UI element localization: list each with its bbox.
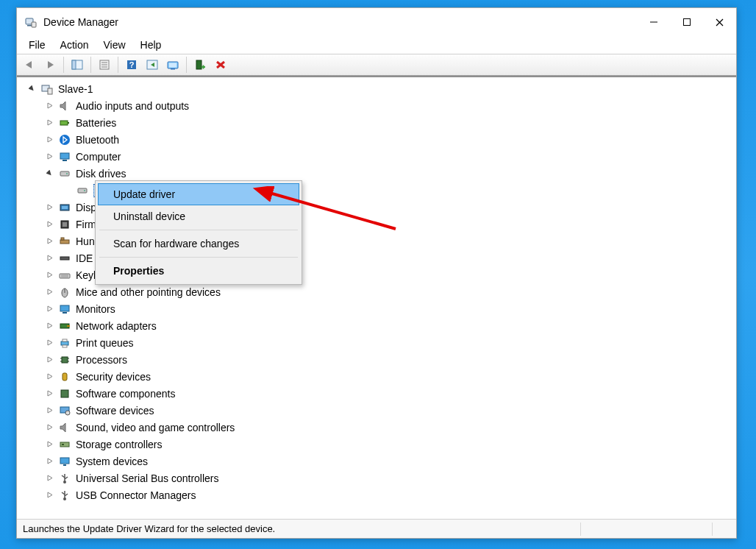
expand-icon[interactable]: [43, 456, 55, 467]
svg-rect-48: [60, 305, 69, 311]
expand-icon[interactable]: [43, 354, 55, 366]
tree-item-security[interactable]: Security devices: [23, 368, 736, 385]
tree-label: Audio inputs and outputs: [76, 100, 189, 112]
expand-icon[interactable]: [43, 489, 55, 501]
tree-root-row[interactable]: Slave-1: [23, 80, 736, 97]
tree-item-usb-connector-managers[interactable]: USB Connector Managers: [23, 486, 736, 503]
expand-icon[interactable]: [43, 320, 55, 332]
expand-icon[interactable]: [43, 269, 55, 281]
svg-rect-37: [62, 206, 68, 209]
svg-rect-34: [78, 188, 87, 193]
tree-item-software-devices[interactable]: Software devices: [23, 402, 736, 419]
expand-icon[interactable]: [43, 337, 55, 349]
update-driver-button[interactable]: [163, 56, 182, 74]
properties-button[interactable]: [95, 56, 114, 74]
expand-icon[interactable]: [43, 472, 55, 484]
svg-rect-40: [60, 240, 69, 244]
svg-rect-39: [63, 222, 67, 227]
collapse-icon[interactable]: [43, 168, 55, 180]
forward-button[interactable]: [40, 56, 60, 74]
status-text: Launches the Update Driver Wizard for th…: [23, 523, 577, 534]
keyboard-icon: [58, 269, 71, 282]
ctx-separator: [99, 257, 298, 258]
tree-item-batteries[interactable]: Batteries: [23, 114, 736, 131]
expand-icon[interactable]: [43, 388, 55, 400]
ctx-scan-hardware[interactable]: Scan for hardware changes: [98, 233, 299, 255]
expand-icon[interactable]: [43, 439, 55, 450]
window-title: Device Manager: [43, 16, 118, 28]
expand-icon[interactable]: [43, 252, 55, 264]
monitor-icon: [58, 302, 71, 316]
svg-rect-53: [63, 339, 67, 341]
tree-item-system-devices[interactable]: System devices: [23, 453, 736, 470]
tree-item-mice[interactable]: Mice and other pointing devices: [23, 283, 736, 300]
tree-item-computer[interactable]: Computer: [23, 148, 736, 165]
ctx-update-driver[interactable]: Update driver: [98, 183, 299, 205]
svg-point-63: [65, 411, 70, 415]
expand-icon[interactable]: [43, 405, 55, 417]
expand-icon[interactable]: [43, 219, 55, 230]
context-menu: Update driver Uninstall device Scan for …: [95, 180, 302, 285]
tree-item-sound-video[interactable]: Sound, video and game controllers: [23, 419, 736, 436]
display-adapter-icon: [58, 201, 71, 214]
scan-hardware-button[interactable]: [190, 56, 210, 74]
device-tree-panel[interactable]: Slave-1 Audio inputs and outputs Batteri…: [17, 76, 736, 519]
expand-icon[interactable]: [43, 134, 55, 146]
computer-icon: [40, 82, 54, 96]
svg-point-33: [66, 173, 68, 174]
expand-icon[interactable]: [43, 422, 55, 433]
expand-icon[interactable]: [43, 303, 55, 315]
tree-label: Security devices: [76, 371, 151, 383]
tree-item-bluetooth[interactable]: Bluetooth: [23, 131, 736, 148]
tree-label: Software devices: [76, 405, 154, 417]
expand-icon[interactable]: [43, 235, 55, 247]
svg-rect-1: [27, 25, 32, 26]
tree-item-processors[interactable]: Processors: [23, 351, 736, 368]
tree-item-disk-drives[interactable]: Disk drives: [23, 165, 736, 182]
collapse-icon[interactable]: [26, 83, 38, 95]
close-button[interactable]: [703, 11, 736, 33]
network-adapter-icon: [58, 319, 71, 333]
svg-rect-30: [60, 153, 69, 159]
ctx-properties[interactable]: Properties: [98, 260, 299, 282]
expand-icon[interactable]: [43, 371, 55, 383]
tree-item-print-queues[interactable]: Print queues: [23, 334, 736, 351]
tree-item-storage-controllers[interactable]: Storage controllers: [23, 436, 736, 453]
expand-icon[interactable]: [43, 151, 55, 163]
minimize-button[interactable]: [637, 11, 670, 33]
tree-label: Network adapters: [76, 320, 157, 332]
uninstall-device-button[interactable]: [211, 56, 230, 74]
disk-icon: [58, 167, 71, 180]
svg-rect-65: [62, 444, 64, 445]
expand-icon[interactable]: [43, 117, 55, 129]
svg-rect-41: [61, 238, 64, 240]
speaker-icon: [58, 421, 71, 434]
cpu-icon: [58, 353, 71, 366]
show-hide-console-tree-button[interactable]: [68, 56, 87, 74]
svg-rect-42: [60, 257, 69, 260]
menu-action[interactable]: Action: [53, 38, 96, 52]
menu-view[interactable]: View: [96, 38, 132, 52]
ctx-separator: [99, 230, 298, 230]
tree-item-monitors[interactable]: Monitors: [23, 300, 736, 317]
statusbar: Launches the Update Driver Wizard for th…: [17, 519, 736, 538]
expand-icon[interactable]: [43, 100, 55, 112]
menu-file[interactable]: File: [21, 38, 53, 52]
monitor-icon: [58, 150, 71, 163]
tree-item-network[interactable]: Network adapters: [23, 317, 736, 334]
tree-item-usb-controllers[interactable]: Universal Serial Bus controllers: [23, 470, 736, 486]
help-button[interactable]: ?: [122, 56, 141, 74]
menu-help[interactable]: Help: [133, 38, 169, 52]
software-device-icon: [58, 404, 71, 417]
expand-icon[interactable]: [43, 202, 55, 213]
tree-label: Hun: [76, 235, 95, 247]
menubar: File Action View Help: [17, 36, 736, 54]
toolbar: ?: [17, 54, 736, 76]
back-button[interactable]: [20, 56, 39, 74]
expand-icon[interactable]: [43, 286, 55, 298]
tree-item-audio[interactable]: Audio inputs and outputs: [23, 97, 736, 114]
ctx-uninstall-device[interactable]: Uninstall device: [98, 205, 299, 227]
tree-item-software-components[interactable]: Software components: [23, 385, 736, 402]
maximize-button[interactable]: [670, 11, 703, 33]
action-center-button[interactable]: [143, 56, 162, 74]
